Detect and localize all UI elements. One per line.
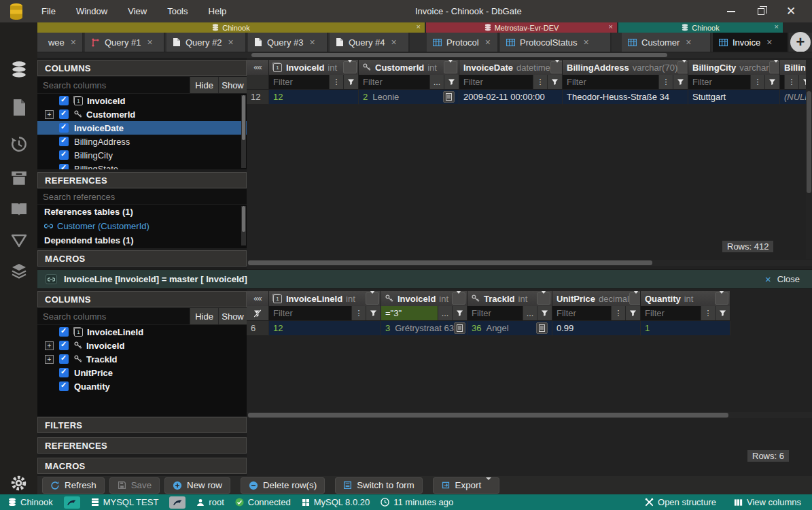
filters-panel-header[interactable]: FILTERS (37, 417, 247, 433)
row-number[interactable]: 12 (247, 90, 269, 105)
show-button[interactable]: Show (218, 308, 247, 324)
statusbar-refreshed[interactable]: 11 minutes ago (381, 497, 453, 507)
tab-query-2[interactable]: Query #2× (166, 33, 247, 52)
reference-link-customer[interactable]: Customer (CustomerId) (37, 219, 247, 233)
horizontal-scrollbar[interactable] (247, 260, 812, 266)
statusbar-connection-status[interactable]: Connected (235, 497, 291, 507)
grid-cell[interactable]: 12 (269, 90, 359, 105)
checkbox-icon[interactable] (59, 164, 69, 169)
funnel-icon[interactable] (343, 75, 358, 89)
close-group-icon[interactable]: × (775, 22, 779, 31)
grid-cell[interactable]: (NULL) (780, 90, 806, 105)
grid-cell[interactable]: Theodor-Heuss-Straße 34 (563, 90, 688, 105)
new-row-button[interactable]: New row (164, 477, 230, 494)
export-button[interactable]: Export (433, 477, 500, 494)
horizontal-scrollbar-thumb[interactable] (248, 260, 652, 265)
refresh-button[interactable]: Refresh (42, 477, 105, 494)
rail-settings-icon[interactable] (0, 469, 37, 497)
filter-menu-icon[interactable]: ⋮ (329, 75, 343, 89)
rail-database-icon[interactable] (0, 55, 37, 84)
tab-query-1[interactable]: Query #1× (85, 33, 165, 52)
rail-archive-icon[interactable] (0, 164, 37, 192)
statusbar-user[interactable]: root (196, 497, 224, 507)
rail-history-icon[interactable] (0, 130, 37, 158)
filter-input-invoiceid[interactable]: ="3" (381, 306, 438, 320)
columns-panel-header[interactable]: COLUMNS (37, 60, 247, 76)
column-item-billingcity[interactable]: BillingCity (37, 148, 247, 162)
filter-input-invoicelineid[interactable]: Filter (269, 306, 351, 320)
connection-group-metrostav-evr-dev[interactable]: Metrostav-Evr-DEV× (426, 22, 617, 33)
filter-menu-icon[interactable]: … (523, 306, 537, 320)
funnel-icon[interactable] (715, 306, 730, 320)
grid-cell[interactable]: 2Leonie (359, 90, 459, 105)
filter-input-quantity[interactable]: Filter (641, 306, 701, 320)
hide-button[interactable]: Hide (190, 308, 218, 324)
funnel-icon[interactable] (444, 75, 459, 89)
close-tab-icon[interactable]: × (686, 37, 691, 48)
checkbox-icon[interactable] (59, 381, 69, 391)
macros-panel-header[interactable]: MACROS (37, 250, 247, 267)
menu-view[interactable]: View (118, 0, 157, 22)
column-header-customerid[interactable]: CustomerIdint (359, 60, 459, 75)
filter-menu-icon[interactable]: ⋮ (658, 75, 673, 89)
funnel-icon[interactable] (547, 75, 562, 89)
grid-cell[interactable]: 1 (641, 321, 730, 336)
close-tab-icon[interactable]: × (147, 37, 152, 48)
column-menu-chevron-icon[interactable] (677, 61, 688, 73)
filter-menu-icon[interactable]: ⋮ (701, 306, 715, 320)
search-references-input[interactable]: Search references (37, 189, 247, 204)
column-item-billingaddress[interactable]: BillingAddress (37, 135, 247, 148)
checkbox-icon[interactable] (59, 368, 69, 377)
filter-input-invoicedate[interactable]: Filter (459, 75, 533, 89)
filter-input-customerid[interactable]: Filter (359, 75, 429, 89)
column-menu-chevron-icon[interactable] (366, 292, 379, 305)
checkbox-icon[interactable] (59, 341, 69, 350)
statusbar-database[interactable]: Chinook (8, 497, 53, 507)
funnel-icon[interactable] (537, 306, 552, 320)
connection-group-chinook[interactable]: Chinook× (37, 22, 425, 33)
checkbox-icon[interactable] (59, 327, 69, 337)
filter-input-trackid[interactable]: Filter (467, 306, 523, 320)
column-item-invoicedate[interactable]: InvoiceDate (37, 121, 247, 135)
filter-menu-icon[interactable]: ⋮ (351, 306, 366, 320)
close-tab-icon[interactable]: × (391, 37, 396, 48)
close-tab-icon[interactable]: × (485, 37, 491, 48)
dolphin-icon[interactable] (169, 496, 186, 509)
vertical-scrollbar[interactable] (806, 60, 812, 259)
collapse-columns-button[interactable]: «« (247, 60, 269, 75)
column-item-trackid[interactable]: +TrackId (37, 352, 247, 366)
checkbox-icon[interactable] (59, 354, 69, 364)
filter-menu-icon[interactable]: ⋮ (784, 75, 798, 89)
hide-button[interactable]: Hide (190, 77, 218, 93)
view-columns-button[interactable]: View columns (734, 497, 801, 507)
menu-help[interactable]: Help (198, 0, 237, 22)
tab-protocol[interactable]: Protocol× (427, 33, 499, 52)
filter-input-billingcity[interactable]: Filter (688, 75, 750, 89)
macros-panel-header[interactable]: MACROS (37, 458, 247, 474)
funnel-icon[interactable] (366, 306, 381, 320)
grid-cell[interactable]: 2009-02-11 00:00:00 (459, 90, 563, 105)
tab-query-4[interactable]: Query #4× (330, 33, 410, 52)
menu-window[interactable]: Window (66, 0, 118, 22)
search-columns-input[interactable]: Search columns (37, 308, 190, 324)
column-menu-chevron-icon[interactable] (769, 61, 780, 73)
collapse-columns-button[interactable]: «« (247, 291, 269, 306)
grid-cell[interactable]: Stuttgart (688, 90, 780, 105)
tab-query-3[interactable]: Query #3× (248, 33, 328, 52)
switch-to-form-button[interactable]: Switch to form (335, 477, 422, 494)
column-item-customerid[interactable]: +CustomerId (37, 107, 247, 121)
minimize-icon[interactable] (721, 0, 741, 22)
tab-invoice[interactable]: Invoice× (713, 33, 789, 52)
column-menu-chevron-icon[interactable] (343, 61, 357, 73)
horizontal-scrollbar[interactable] (247, 412, 812, 418)
column-menu-chevron-icon[interactable] (715, 292, 728, 305)
column-menu-chevron-icon[interactable] (550, 61, 563, 73)
column-header-invoicelineid[interactable]: 1InvoiceLineIdint (269, 291, 381, 306)
filter-menu-icon[interactable]: ⋮ (533, 75, 547, 89)
column-header-billingcity[interactable]: BillingCityvarchar (688, 60, 780, 75)
column-menu-chevron-icon[interactable] (629, 292, 641, 305)
close-group-icon[interactable]: × (417, 22, 421, 31)
columns-panel-header[interactable]: COLUMNS (37, 291, 247, 307)
filter-menu-icon[interactable]: ⋮ (611, 306, 625, 320)
column-header-quantity[interactable]: Quantityint (641, 291, 730, 306)
